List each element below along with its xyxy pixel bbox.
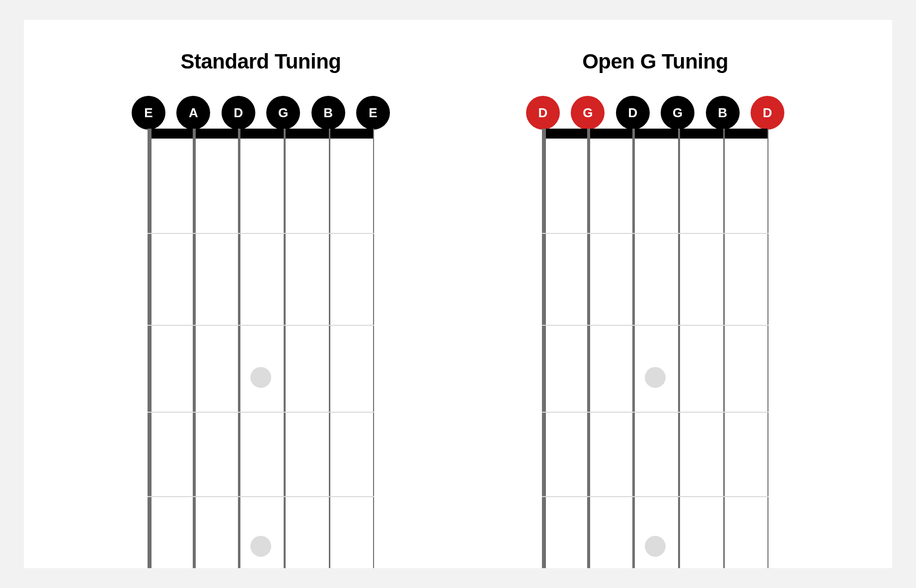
neck [122, 129, 400, 568]
string-note-2: A [176, 96, 210, 130]
inlay-dot-3 [250, 367, 271, 388]
string-line-5 [329, 129, 330, 568]
fret-4 [148, 496, 374, 497]
string-note-2: G [571, 96, 605, 130]
string-note-1: D [526, 96, 560, 130]
string-line-4 [284, 129, 286, 568]
fretboard: D G D G B D [516, 96, 794, 568]
string-note-1: E [132, 96, 165, 130]
string-note-4: G [661, 96, 694, 130]
fret-2 [148, 325, 374, 326]
fret-2 [542, 325, 768, 326]
string-line-6 [767, 129, 768, 568]
fret-1 [542, 233, 768, 234]
note-row: D G D G B D [516, 96, 794, 130]
string-note-5: B [706, 96, 740, 130]
fret-1 [148, 233, 374, 234]
note-row: E A D G B E [122, 96, 400, 130]
fret-3 [148, 412, 374, 413]
strings-group [148, 129, 374, 568]
fret-4 [542, 496, 768, 497]
string-line-1 [542, 129, 546, 568]
tuning-title: Standard Tuning [180, 50, 341, 74]
string-note-5: B [311, 96, 345, 130]
string-line-3 [238, 129, 240, 568]
string-note-4: G [266, 96, 300, 130]
string-line-1 [148, 129, 152, 568]
string-note-3: D [616, 96, 650, 130]
strings-group [542, 129, 768, 568]
fret-3 [542, 412, 768, 413]
string-line-2 [193, 129, 196, 568]
tuning-title: Open G Tuning [582, 50, 728, 74]
inlay-dot-5 [645, 536, 666, 557]
string-line-4 [678, 129, 680, 568]
tuning-block-open-g: Open G Tuning D G D G B D [481, 50, 829, 568]
inlay-dot-5 [250, 536, 271, 557]
inlay-dot-3 [645, 367, 666, 388]
string-note-6: D [751, 96, 784, 130]
tuning-block-standard: Standard Tuning E A D G B E [87, 50, 435, 568]
string-line-3 [632, 129, 635, 568]
neck [516, 129, 794, 568]
string-note-6: E [356, 96, 390, 130]
string-line-2 [587, 129, 590, 568]
fretboard: E A D G B E [122, 96, 400, 568]
diagram-card: Standard Tuning E A D G B E [24, 20, 892, 568]
string-line-5 [723, 129, 725, 568]
string-line-6 [373, 129, 374, 568]
string-note-3: D [222, 96, 255, 130]
